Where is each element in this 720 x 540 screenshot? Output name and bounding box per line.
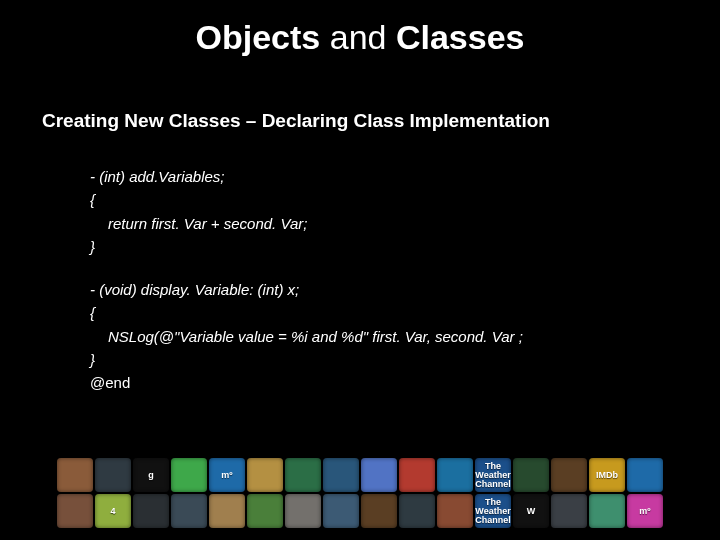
dock-app-icon[interactable]: [361, 458, 397, 492]
dock-app-icon[interactable]: 4: [95, 494, 131, 528]
dock-app-icon[interactable]: [551, 458, 587, 492]
dock-app-icon[interactable]: [133, 494, 169, 528]
dock-app-icon[interactable]: [361, 494, 397, 528]
dock-app-icon[interactable]: [171, 494, 207, 528]
dock-app-icon[interactable]: g: [133, 458, 169, 492]
dock-app-icon[interactable]: [399, 494, 435, 528]
dock-app-icon[interactable]: mº: [209, 458, 245, 492]
dock: gmºTheWeatherChannelIMDb 4TheWeatherChan…: [0, 458, 720, 528]
code-line: }: [90, 235, 650, 258]
dock-row-bottom: 4TheWeatherChannelWmº: [57, 494, 663, 528]
title-word-3: Classes: [396, 18, 525, 56]
code-line: - (int) add.Variables;: [90, 165, 650, 188]
code-line: return first. Var + second. Var;: [90, 212, 650, 235]
code-block: - (int) add.Variables; { return first. V…: [90, 165, 650, 394]
code-line: {: [90, 301, 650, 324]
dock-app-icon[interactable]: [247, 494, 283, 528]
dock-app-icon[interactable]: [437, 494, 473, 528]
title-word-2: and: [330, 18, 396, 56]
dock-app-icon[interactable]: [209, 494, 245, 528]
dock-app-icon[interactable]: [589, 494, 625, 528]
dock-app-icon[interactable]: [513, 458, 549, 492]
code-line: }: [90, 348, 650, 371]
dock-app-icon[interactable]: [285, 494, 321, 528]
dock-app-icon[interactable]: [247, 458, 283, 492]
dock-app-icon[interactable]: [323, 458, 359, 492]
dock-app-icon[interactable]: mº: [627, 494, 663, 528]
dock-app-icon[interactable]: [171, 458, 207, 492]
dock-app-icon[interactable]: [285, 458, 321, 492]
dock-app-icon[interactable]: [399, 458, 435, 492]
code-line: @end: [90, 371, 650, 394]
dock-app-icon[interactable]: [57, 458, 93, 492]
dock-app-icon[interactable]: [627, 458, 663, 492]
dock-app-icon[interactable]: W: [513, 494, 549, 528]
slide-title: Objects and Classes: [0, 18, 720, 57]
slide: Objects and Classes Creating New Classes…: [0, 0, 720, 540]
slide-subtitle: Creating New Classes – Declaring Class I…: [42, 110, 550, 132]
dock-app-icon[interactable]: [57, 494, 93, 528]
dock-app-icon[interactable]: IMDb: [589, 458, 625, 492]
code-line: - (void) display. Variable: (int) x;: [90, 278, 650, 301]
dock-row-top: gmºTheWeatherChannelIMDb: [57, 458, 663, 492]
dock-app-icon[interactable]: [437, 458, 473, 492]
title-word-1: Objects: [196, 18, 321, 56]
dock-app-icon[interactable]: TheWeatherChannel: [475, 494, 511, 528]
dock-app-icon[interactable]: TheWeatherChannel: [475, 458, 511, 492]
dock-app-icon[interactable]: [95, 458, 131, 492]
dock-app-icon[interactable]: [551, 494, 587, 528]
code-line: NSLog(@"Variable value = %i and %d" firs…: [90, 325, 650, 348]
code-line: {: [90, 188, 650, 211]
dock-app-icon[interactable]: [323, 494, 359, 528]
